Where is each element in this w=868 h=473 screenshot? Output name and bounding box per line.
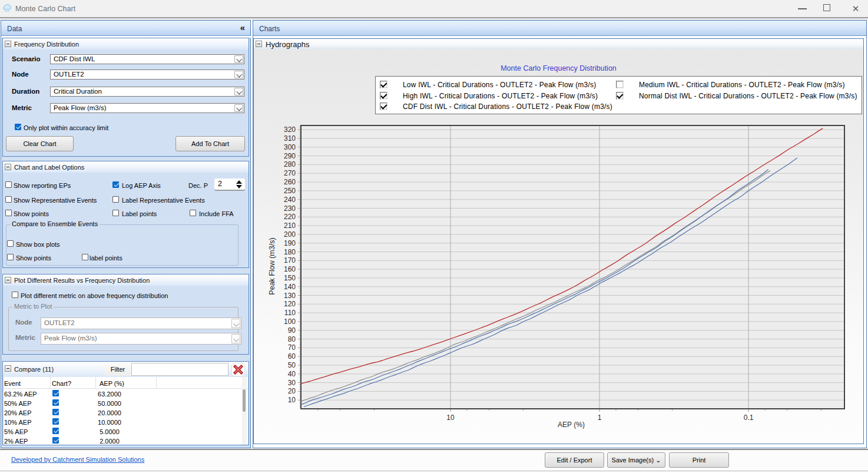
svg-text:140: 140 — [284, 283, 296, 291]
svg-text:210: 210 — [284, 221, 296, 230]
svg-text:150: 150 — [284, 274, 296, 282]
svg-text:220: 220 — [284, 213, 296, 221]
svg-text:AEP (%): AEP (%) — [558, 421, 585, 429]
svg-text:190: 190 — [284, 239, 296, 247]
svg-text:170: 170 — [284, 256, 296, 264]
svg-text:50: 50 — [288, 361, 296, 369]
svg-text:280: 280 — [284, 160, 296, 168]
svg-text:160: 160 — [284, 265, 296, 273]
svg-text:10: 10 — [288, 396, 296, 404]
svg-text:240: 240 — [284, 196, 296, 204]
svg-text:320: 320 — [284, 125, 296, 134]
svg-text:100: 100 — [284, 317, 296, 326]
svg-text:Peak Flow (m3/s): Peak Flow (m3/s) — [268, 237, 276, 295]
svg-text:60: 60 — [288, 352, 296, 360]
svg-text:70: 70 — [288, 343, 296, 352]
svg-text:40: 40 — [288, 370, 296, 378]
svg-text:30: 30 — [288, 379, 296, 387]
svg-text:310: 310 — [284, 134, 296, 143]
svg-text:290: 290 — [284, 152, 296, 160]
svg-text:250: 250 — [284, 187, 296, 195]
svg-text:270: 270 — [284, 169, 296, 177]
svg-text:120: 120 — [284, 300, 296, 308]
svg-text:180: 180 — [284, 248, 296, 256]
svg-text:80: 80 — [288, 335, 296, 343]
svg-text:0.1: 0.1 — [744, 414, 754, 422]
svg-text:230: 230 — [284, 204, 296, 213]
svg-text:20: 20 — [288, 387, 296, 395]
svg-text:130: 130 — [284, 292, 296, 300]
svg-text:10: 10 — [446, 414, 455, 422]
svg-text:110: 110 — [284, 309, 296, 317]
svg-text:200: 200 — [284, 230, 296, 239]
svg-text:90: 90 — [288, 326, 296, 335]
svg-text:300: 300 — [284, 143, 296, 151]
svg-text:260: 260 — [284, 178, 296, 186]
svg-text:1: 1 — [598, 414, 602, 422]
